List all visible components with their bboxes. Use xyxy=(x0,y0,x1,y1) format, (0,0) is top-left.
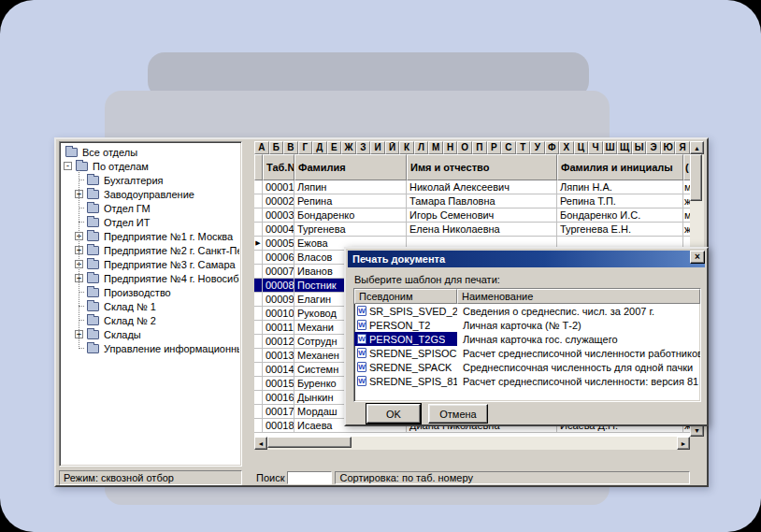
alphabet-letter[interactable]: Й xyxy=(385,141,400,154)
alphabet-letter[interactable]: В xyxy=(283,141,298,154)
tree-item[interactable]: +Предприятие №3 г. Самара xyxy=(75,257,239,271)
scroll-left-button[interactable]: ◄ xyxy=(254,437,267,450)
template-list-item[interactable]: WPERSON_T2GSЛичная карточка гос. служаще… xyxy=(354,332,700,346)
alphabet-letter[interactable]: М xyxy=(428,141,443,154)
expand-icon[interactable]: + xyxy=(75,260,83,268)
tree-item[interactable]: Склад № 2 xyxy=(75,313,239,327)
folder-icon xyxy=(87,274,99,283)
folder-icon xyxy=(87,330,99,339)
column-header-tabn[interactable]: Таб.N xyxy=(263,154,294,180)
alphabet-letter[interactable]: Щ xyxy=(617,141,632,154)
tab-number-cell: 00005 xyxy=(263,237,294,251)
tree-item[interactable]: +Предприятие №1 г. Москва xyxy=(75,229,239,243)
alphabet-letter[interactable]: Р xyxy=(487,141,502,154)
alphabet-letter[interactable]: Э xyxy=(646,141,661,154)
column-header-partial[interactable]: ( xyxy=(683,154,690,180)
column-header-description[interactable]: Наименование xyxy=(457,289,700,304)
tree-item-label: Предприятие №3 г. Самара xyxy=(102,259,237,270)
scroll-right-button[interactable]: ► xyxy=(677,437,690,450)
tree-item[interactable]: +Предприятие №4 г. Новосибирск xyxy=(75,271,239,285)
expand-icon[interactable]: + xyxy=(75,330,83,338)
word-template-icon: W xyxy=(357,334,366,344)
column-header-initials[interactable]: Фамилия и инициалы xyxy=(557,154,683,180)
alphabet-letter[interactable]: Ю xyxy=(661,141,676,154)
right-arrow-icon: ► xyxy=(681,440,687,447)
initials-cell: Бондаренко И.С. xyxy=(557,208,683,223)
alphabet-letter[interactable]: Ч xyxy=(588,141,603,154)
marker-column-header xyxy=(254,154,263,180)
tree-root-label: Все отделы xyxy=(80,147,139,158)
dialog-titlebar[interactable]: Печать документа xyxy=(348,251,705,267)
expand-icon[interactable]: + xyxy=(75,246,83,254)
alphabet-letter[interactable]: О xyxy=(457,141,472,154)
alphabet-letter[interactable]: Т xyxy=(516,141,531,154)
search-input[interactable] xyxy=(287,471,332,484)
alphabet-letter[interactable]: С xyxy=(501,141,516,154)
alphabet-letter[interactable]: Я xyxy=(675,141,690,154)
collapse-icon[interactable]: - xyxy=(64,162,72,170)
tree-item[interactable]: +Заводоуправление xyxy=(75,187,239,201)
alphabet-letter[interactable]: Е xyxy=(327,141,342,154)
tree-item[interactable]: +Склады xyxy=(75,327,239,341)
template-name-cell: Расчет среднесписочной численности: верс… xyxy=(457,376,700,387)
alphabet-letter[interactable]: Б xyxy=(269,141,284,154)
tree-item[interactable]: Склад № 1 xyxy=(75,299,239,313)
template-name-cell: Личная карточка (№ Т-2) xyxy=(457,320,700,331)
alphabet-letter[interactable]: Ф xyxy=(545,141,560,154)
tree-item-label: Предприятие №4 г. Новосибирск xyxy=(102,273,239,284)
grid-horizontal-scrollbar[interactable]: ◄ ► xyxy=(254,437,690,450)
table-row[interactable]: 00001ЛяпинНиколай АлексеевичЛяпин Н.А.м xyxy=(254,180,690,194)
template-alias-cell: WSR_SPIS_SVED_20... xyxy=(354,304,457,318)
alphabet-letter[interactable]: Х xyxy=(559,141,574,154)
alphabet-letter[interactable]: Н xyxy=(443,141,458,154)
alphabet-letter[interactable]: Ж xyxy=(341,141,356,154)
alphabet-letter[interactable]: Ц xyxy=(574,141,589,154)
scroll-up-button[interactable]: ▲ xyxy=(690,141,704,154)
tree-item-label: Производство xyxy=(102,287,173,298)
template-list-item[interactable]: WSREDNE_SPIS_81Расчет среднесписочной чи… xyxy=(354,374,700,388)
tree-item[interactable]: Управление информационных техн xyxy=(75,341,239,355)
alphabet-letter[interactable]: У xyxy=(530,141,545,154)
tree-item[interactable]: Производство xyxy=(75,285,239,299)
tree-item-all-departments[interactable]: Все отделы xyxy=(63,145,239,159)
tree-item[interactable]: +Предприятие №2 г. Санкт-Петербург xyxy=(75,243,239,257)
template-list-item[interactable]: WSR_SPIS_SVED_20...Сведения о среднеспис… xyxy=(354,304,700,318)
column-header-alias[interactable]: Псевдоним xyxy=(354,289,457,304)
tree-item-label: Склад № 1 xyxy=(102,301,158,312)
alphabet-letter[interactable]: К xyxy=(399,141,414,154)
alphabet-letter[interactable]: Г xyxy=(298,141,313,154)
initials-cell: Ляпин Н.А. xyxy=(557,180,683,194)
dialog-title: Печать документа xyxy=(352,253,445,265)
template-list-item[interactable]: WPERSON_T2Личная карточка (№ Т-2) xyxy=(354,318,700,332)
alphabet-letter[interactable]: Ы xyxy=(632,141,647,154)
tree-item[interactable]: Отдел ИТ xyxy=(75,215,239,229)
horizontal-scroll-thumb[interactable] xyxy=(267,437,352,448)
alphabet-letter[interactable]: Ш xyxy=(603,141,618,154)
alphabet-letter[interactable]: З xyxy=(356,141,371,154)
horizontal-scroll-track[interactable] xyxy=(267,437,677,450)
column-header-surname[interactable]: Фамилия xyxy=(294,154,407,180)
alphabet-letter[interactable]: И xyxy=(370,141,385,154)
tree-item-by-departments[interactable]: - По отделам xyxy=(63,159,239,173)
alphabet-letter[interactable]: П xyxy=(472,141,487,154)
table-row[interactable]: 00004ТургеневаЕлена НиколаевнаТургенева … xyxy=(254,223,690,237)
department-tree-panel: Все отделы - По отделам Бухгалтерия+Заво… xyxy=(59,141,242,467)
expand-icon[interactable]: + xyxy=(75,190,83,198)
expand-icon[interactable]: + xyxy=(75,232,83,240)
tree-item[interactable]: Бухгалтерия xyxy=(75,173,239,187)
table-row[interactable]: 00002РепинаТамара ПавловнаРепина Т.П.ж xyxy=(254,194,690,208)
column-header-name[interactable]: Имя и отчество xyxy=(407,154,557,180)
vertical-scroll-thumb[interactable] xyxy=(690,154,702,201)
alphabet-letter[interactable]: Л xyxy=(414,141,429,154)
alphabet-letter[interactable]: Д xyxy=(312,141,327,154)
cancel-button[interactable]: Отмена xyxy=(428,404,488,424)
ok-button[interactable]: OK xyxy=(366,404,421,424)
tree-item[interactable]: Отдел ГМ xyxy=(75,201,239,215)
table-row[interactable]: 00003БондаренкоИгорь СеменовичБондаренко… xyxy=(254,208,690,223)
template-list-item[interactable]: WSREDNE_SPACKСреднесписочная численность… xyxy=(354,360,700,374)
expand-icon[interactable]: + xyxy=(75,274,83,282)
template-list-item[interactable]: WSREDNE_SPISOCHNРасчет среднесписочной ч… xyxy=(354,346,700,360)
close-button[interactable]: × xyxy=(690,251,705,264)
alphabet-letter[interactable]: А xyxy=(254,141,269,154)
search-label: Поиск xyxy=(256,472,284,483)
